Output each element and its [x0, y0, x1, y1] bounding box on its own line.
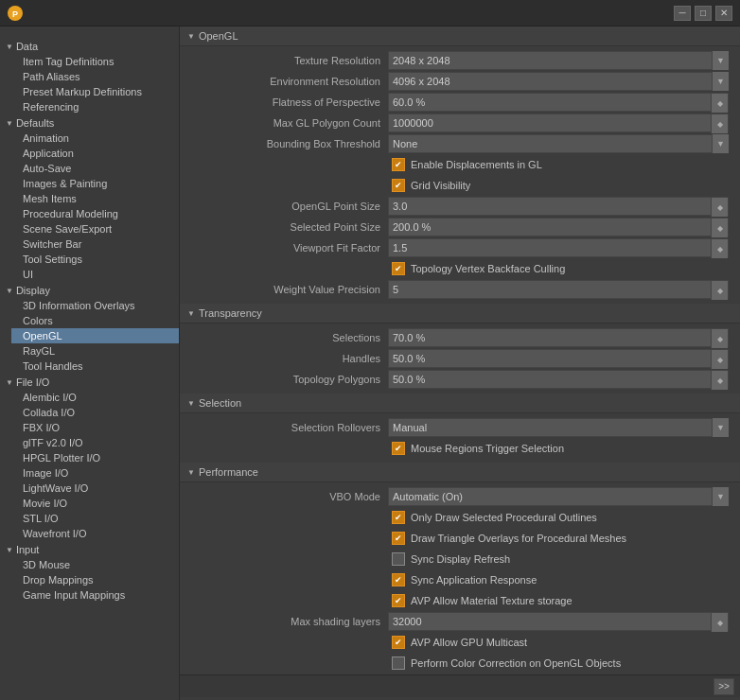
- slider-value-transparency-2: 50.0 %: [393, 374, 425, 385]
- slider-field-opengl-2[interactable]: 60.0 %◆: [388, 93, 729, 112]
- dropdown-performance-0[interactable]: Automatic (On): [388, 487, 729, 506]
- sidebar-item-3-5[interactable]: Image I/O: [11, 465, 179, 481]
- checkbox-performance-4[interactable]: [392, 573, 405, 586]
- sidebar-group-label-2[interactable]: ▼ Display: [0, 282, 179, 298]
- minimize-button[interactable]: ─: [674, 6, 691, 21]
- slider-field-performance-6[interactable]: 32000◆: [388, 612, 729, 631]
- sidebar-item-3-4[interactable]: HPGL Plotter I/O: [11, 450, 179, 465]
- sidebar-item-3-0[interactable]: Alembic I/O: [11, 390, 179, 405]
- section-header-transparency[interactable]: ▼ Transparency: [180, 304, 740, 324]
- sidebar-item-2-3[interactable]: RayGL: [11, 343, 179, 359]
- dropdown-opengl-1[interactable]: 4096 x 2048: [388, 72, 729, 91]
- checkbox-performance-1[interactable]: [392, 511, 405, 524]
- slider-end-btn-opengl-7[interactable]: ◆: [711, 198, 728, 217]
- section-header-opengl[interactable]: ▼ OpenGL: [180, 26, 740, 46]
- slider-end-btn-transparency-1[interactable]: ◆: [711, 350, 728, 369]
- section-header-performance[interactable]: ▼ Performance: [180, 463, 740, 482]
- slider-field-opengl-8[interactable]: 200.0 %◆: [388, 218, 729, 236]
- setting-row-opengl-9: Viewport Fit Factor1.5◆: [180, 237, 740, 258]
- sidebar-item-4-0[interactable]: 3D Mouse: [11, 557, 179, 572]
- sidebar-item-1-7[interactable]: Switcher Bar: [11, 236, 179, 252]
- slider-end-btn-opengl-11[interactable]: ◆: [711, 281, 728, 300]
- sidebar-item-0-2[interactable]: Preset Markup Definitions: [11, 84, 179, 99]
- checkbox-performance-2[interactable]: [392, 532, 405, 545]
- checkbox-opengl-5[interactable]: [392, 158, 405, 171]
- checkbox-selection-1[interactable]: [392, 442, 405, 455]
- section-header-selection[interactable]: ▼ Selection: [180, 394, 740, 413]
- checkbox-row-performance-7: AVP Allow GPU Multicast: [180, 632, 740, 653]
- checkbox-performance-7[interactable]: [392, 636, 405, 649]
- section-label-opengl: OpenGL: [199, 30, 238, 42]
- sidebar-item-3-9[interactable]: Wavefront I/O: [11, 526, 179, 541]
- sidebar-item-1-8[interactable]: Tool Settings: [11, 252, 179, 267]
- setting-label-opengl-9: Viewport Fit Factor: [180, 242, 388, 254]
- sidebar-item-3-7[interactable]: Movie I/O: [11, 496, 179, 511]
- sidebar-item-3-1[interactable]: Collada I/O: [11, 405, 179, 420]
- slider-field-transparency-1[interactable]: 50.0 %◆: [388, 349, 729, 368]
- sidebar-item-2-1[interactable]: Colors: [11, 313, 179, 328]
- slider-end-btn-transparency-2[interactable]: ◆: [711, 371, 728, 390]
- sidebar-item-0-1[interactable]: Path Aliases: [11, 69, 179, 84]
- slider-end-btn-opengl-3[interactable]: ◆: [711, 114, 728, 133]
- slider-end-btn-opengl-2[interactable]: ◆: [711, 94, 728, 113]
- sidebar-item-3-2[interactable]: FBX I/O: [11, 420, 179, 435]
- setting-label-transparency-2: Topology Polygons: [180, 374, 388, 385]
- setting-label-opengl-2: Flatness of Perspective: [180, 96, 388, 108]
- sidebar-group-label-1[interactable]: ▼ Defaults: [0, 114, 179, 131]
- slider-field-opengl-3[interactable]: 1000000◆: [388, 114, 729, 132]
- setting-label-opengl-7: OpenGL Point Size: [180, 201, 388, 212]
- sidebar-item-4-2[interactable]: Game Input Mappings: [11, 587, 179, 603]
- sidebar-item-3-3[interactable]: glTF v2.0 I/O: [11, 435, 179, 450]
- dropdown-opengl-4[interactable]: None: [388, 134, 729, 153]
- sidebar-item-1-6[interactable]: Scene Save/Export: [11, 221, 179, 236]
- checkbox-performance-5[interactable]: [392, 594, 405, 607]
- sidebar-tree: ▼ DataItem Tag DefinitionsPath AliasesPr…: [0, 38, 179, 603]
- setting-label-selection-0: Selection Rollovers: [180, 422, 388, 433]
- sidebar-group-label-0[interactable]: ▼ Data: [0, 38, 179, 54]
- sidebar-item-1-9[interactable]: UI: [11, 267, 179, 282]
- setting-row-opengl-8: Selected Point Size200.0 %◆: [180, 217, 740, 237]
- slider-end-btn-opengl-9[interactable]: ◆: [711, 239, 728, 258]
- checkbox-performance-3[interactable]: [392, 552, 405, 566]
- sidebar-item-2-0[interactable]: 3D Information Overlays: [11, 298, 179, 313]
- sidebar-group-label-3[interactable]: ▼ File I/O: [0, 374, 179, 390]
- close-button[interactable]: ✕: [715, 6, 732, 21]
- checkbox-opengl-10[interactable]: [392, 262, 405, 275]
- slider-end-btn-performance-6[interactable]: ◆: [711, 613, 728, 632]
- checkbox-performance-8[interactable]: [392, 656, 405, 670]
- dropdown-selection-0[interactable]: Manual: [388, 418, 729, 437]
- setting-label-opengl-8: Selected Point Size: [180, 221, 388, 233]
- slider-field-transparency-2[interactable]: 50.0 %◆: [388, 370, 729, 389]
- settings-sections: ▼ OpenGLTexture Resolution2048 x 2048▼En…: [180, 26, 740, 697]
- sidebar-item-1-5[interactable]: Procedural Modeling: [11, 206, 179, 221]
- dropdown-opengl-0[interactable]: 2048 x 2048: [388, 51, 729, 70]
- slider-field-transparency-0[interactable]: 70.0 %◆: [388, 328, 729, 347]
- sidebar-children-1: AnimationApplicationAuto-SaveImages & Pa…: [0, 131, 179, 282]
- slider-field-opengl-11[interactable]: 5◆: [388, 280, 729, 299]
- slider-end-btn-transparency-0[interactable]: ◆: [711, 329, 728, 348]
- slider-field-opengl-7[interactable]: 3.0◆: [388, 197, 729, 216]
- section-triangle-transparency: ▼: [187, 309, 195, 318]
- maximize-button[interactable]: □: [695, 6, 712, 21]
- sidebar-group-label-4[interactable]: ▼ Input: [0, 541, 179, 557]
- sidebar-item-2-2[interactable]: OpenGL: [11, 328, 179, 343]
- sidebar-item-0-0[interactable]: Item Tag Definitions: [11, 54, 179, 69]
- sidebar-item-3-6[interactable]: LightWave I/O: [11, 481, 179, 496]
- setting-label-opengl-11: Weight Value Precision: [180, 284, 388, 295]
- sidebar-item-0-3[interactable]: Referencing: [11, 99, 179, 114]
- scroll-right-button[interactable]: >>: [714, 678, 734, 695]
- sidebar-item-1-2[interactable]: Auto-Save: [11, 161, 179, 176]
- slider-field-opengl-9[interactable]: 1.5◆: [388, 238, 729, 257]
- checkbox-label-performance-4: Sync Application Response: [411, 574, 537, 586]
- sidebar-item-1-1[interactable]: Application: [11, 146, 179, 161]
- sidebar-item-1-3[interactable]: Images & Painting: [11, 176, 179, 191]
- checkbox-opengl-6[interactable]: [392, 179, 405, 192]
- sidebar-item-1-0[interactable]: Animation: [11, 131, 179, 146]
- slider-end-btn-opengl-8[interactable]: ◆: [711, 219, 728, 237]
- checkbox-row-performance-8: Perform Color Correction on OpenGL Objec…: [180, 653, 740, 674]
- sidebar-item-1-4[interactable]: Mesh Items: [11, 191, 179, 206]
- sidebar-item-2-4[interactable]: Tool Handles: [11, 359, 179, 374]
- sidebar-item-4-1[interactable]: Drop Mappings: [11, 572, 179, 587]
- checkbox-label-opengl-6: Grid Visibility: [411, 180, 470, 191]
- sidebar-item-3-8[interactable]: STL I/O: [11, 511, 179, 526]
